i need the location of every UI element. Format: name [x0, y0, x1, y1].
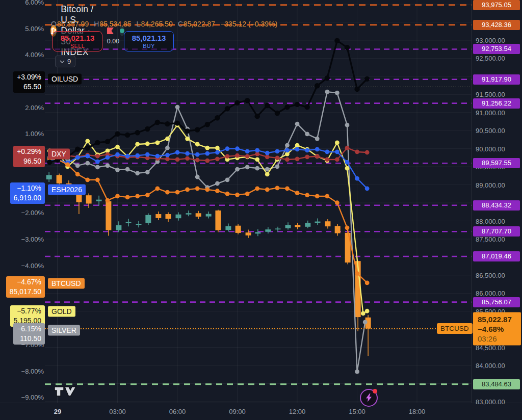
series-marker: [265, 154, 270, 159]
right-axis-tick: 83,000.00: [476, 398, 505, 406]
time-axis-label: 12:00: [289, 408, 306, 415]
series-marker: [106, 198, 110, 203]
series-marker: [315, 154, 320, 159]
series-marker: [135, 194, 140, 198]
series-marker: [106, 155, 110, 160]
series-marker: [335, 91, 340, 95]
series-tag-gold[interactable]: GOLD: [48, 306, 75, 317]
series-marker: [245, 149, 250, 154]
ohlc-row: O85,357.99 H85,534.85 L84,265.50 C85,022…: [51, 20, 277, 28]
series-marker: [315, 137, 320, 141]
candle: [196, 213, 201, 217]
series-marker: [215, 181, 220, 186]
price-level-label: 89,597.55: [473, 158, 520, 168]
high-value: 85,534.85: [99, 20, 131, 28]
series-marker: [265, 151, 270, 155]
left-axis-tick: −3.00%: [21, 235, 44, 243]
series-marker: [95, 165, 100, 170]
series-marker: [75, 172, 80, 177]
series-marker: [365, 186, 370, 191]
candle: [57, 175, 62, 183]
series-marker: [265, 188, 270, 192]
series-marker: [95, 160, 100, 164]
candle: [145, 215, 151, 223]
series-marker: [255, 158, 259, 162]
lightning-button[interactable]: [360, 389, 378, 407]
series-tag-silver[interactable]: SILVER: [48, 325, 80, 336]
series-marker: [345, 166, 350, 171]
series-marker: [155, 154, 160, 159]
series-tag-btcusd[interactable]: BTCUSD: [48, 278, 85, 289]
close-label: C: [178, 20, 183, 28]
series-marker: [75, 163, 80, 168]
series-marker: [363, 320, 368, 325]
series-marker: [335, 200, 340, 205]
series-marker: [365, 150, 370, 155]
series-marker: [335, 150, 340, 154]
series-marker: [85, 139, 90, 143]
series-marker: [361, 311, 366, 316]
series-marker: [75, 147, 80, 152]
price-level-label: 91,917.90: [473, 74, 520, 85]
series-marker: [285, 186, 290, 191]
series-marker: [315, 147, 320, 151]
right-axis-tick: 92,500.00: [476, 55, 505, 62]
series-marker: [155, 186, 160, 191]
series-marker: [215, 115, 220, 120]
series-value-label-btcusd: −4.67%85,017.50: [6, 276, 45, 298]
series-marker: [235, 193, 240, 197]
series-marker: [334, 38, 340, 43]
series-marker: [255, 186, 259, 191]
series-marker: [234, 100, 240, 106]
series-tag-oilusd[interactable]: OILUSD: [48, 74, 82, 85]
series-marker: [115, 152, 120, 157]
series-marker: [185, 188, 190, 192]
candle: [305, 223, 310, 227]
series-marker: [205, 151, 210, 156]
price-level-label: 93,428.36: [473, 20, 520, 30]
series-tag-esh2026[interactable]: ESH2026: [48, 185, 86, 195]
candle: [285, 225, 291, 228]
series-marker: [125, 167, 130, 172]
right-axis-tick: 86,500.00: [476, 271, 505, 279]
left-axis-tick: 6.00%: [25, 0, 44, 6]
buy-button[interactable]: 85,021.13 BUY: [124, 31, 174, 51]
series-marker: [345, 123, 350, 127]
high-label: H: [94, 20, 99, 28]
series-marker: [175, 105, 180, 110]
price-level-label: 87,707.70: [473, 226, 520, 237]
plot-area: [45, 0, 472, 403]
series-value: 6,919.00: [14, 193, 42, 203]
series-marker: [265, 103, 270, 108]
bar-countdown: 03:26: [478, 333, 516, 343]
time-axis[interactable]: 2903:0006:0009:0012:0015:0018:00: [0, 403, 522, 420]
lightning-icon: [366, 393, 372, 402]
sell-button[interactable]: 85,021.13 SELL: [53, 31, 102, 51]
price-chart-canvas[interactable]: [0, 0, 522, 420]
series-marker: [345, 225, 350, 230]
series-marker: [225, 106, 230, 111]
price-level-label: 91,256.22: [473, 98, 520, 109]
time-axis-label: 15:00: [349, 408, 366, 415]
series-marker: [205, 146, 210, 150]
candle: [106, 201, 111, 230]
legend-collapse-button[interactable]: 9: [55, 56, 75, 67]
series-marker: [165, 121, 170, 126]
sell-price: 85,021.13: [61, 34, 95, 42]
series-marker: [185, 137, 190, 141]
time-axis-label: 18:00: [409, 408, 426, 415]
series-marker: [235, 153, 240, 158]
series-value: 65.50: [17, 82, 41, 92]
series-marker: [354, 87, 359, 92]
series-marker: [295, 191, 300, 195]
tradingview-logo[interactable]: [54, 385, 77, 398]
series-marker: [195, 158, 200, 163]
series-marker: [115, 132, 120, 137]
right-axis-tick: 89,000.00: [476, 181, 505, 189]
series-marker: [225, 146, 230, 151]
series-value: 110.50: [17, 334, 41, 344]
series-marker: [195, 127, 200, 132]
candle: [275, 228, 281, 229]
series-marker: [106, 163, 110, 168]
series-tag-dxy[interactable]: DXY: [48, 149, 70, 160]
